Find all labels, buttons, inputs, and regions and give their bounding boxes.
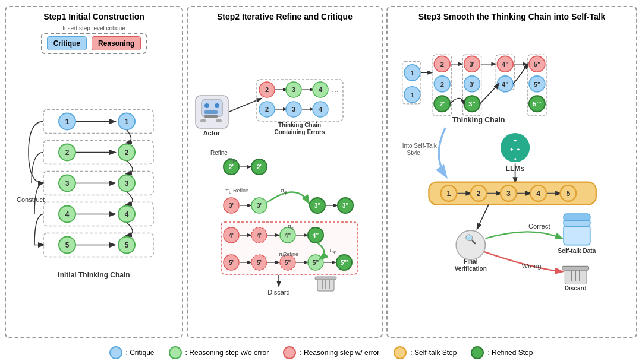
svg-text:2': 2': [439, 100, 445, 107]
legend-circle-reasoning-error: [283, 346, 296, 359]
svg-text:4: 4: [125, 210, 129, 219]
svg-rect-186: [564, 214, 590, 220]
svg-text:5''': 5''': [341, 259, 348, 266]
svg-text:5: 5: [567, 189, 571, 198]
svg-line-177: [477, 205, 489, 229]
svg-text:Self-talk Data: Self-talk Data: [558, 248, 596, 254]
svg-text:3': 3': [470, 81, 475, 88]
svg-text:3: 3: [125, 179, 129, 188]
svg-text:Final: Final: [464, 258, 478, 265]
svg-text:Initial Thinking Chain: Initial Thinking Chain: [58, 271, 130, 279]
svg-text:4": 4": [313, 232, 319, 239]
svg-text:4: 4: [319, 86, 323, 93]
svg-text:Style: Style: [407, 150, 421, 156]
svg-text:✦ ✦: ✦ ✦: [509, 147, 520, 153]
svg-text:Refine: Refine: [283, 251, 298, 257]
step1-top: Insert step-level critique Critique Reas…: [11, 25, 177, 56]
critique-reasoning-box: Critique Reasoning: [41, 33, 147, 54]
panel3-title: Step3 Smooth the Thinking Chain into Sel…: [418, 12, 606, 21]
svg-text:2: 2: [477, 189, 481, 198]
step2-diagram: Actor 2 3 4 ... 2 3 4 Thinking: [193, 25, 377, 333]
step3-diagram: 1 1 2 2 2' 3' 3' 3" 4" 4" 5": [392, 25, 631, 333]
svg-text:5': 5': [257, 259, 262, 266]
svg-text:3: 3: [506, 189, 511, 198]
legend: : Critique : Reasoning step w/o error : …: [0, 341, 642, 364]
svg-text:✦: ✦: [513, 138, 518, 144]
svg-line-40: [229, 99, 261, 112]
panel1: Step1 Initial Construction Insert step-l…: [5, 6, 183, 338]
legend-label-reasoning-correct: : Reasoning step w/o error: [185, 349, 269, 357]
svg-text:3": 3": [468, 100, 476, 107]
svg-text:3': 3': [257, 202, 262, 209]
svg-text:✦: ✦: [513, 156, 518, 162]
svg-text:Discard: Discard: [268, 289, 289, 296]
legend-circle-reasoning-correct: [169, 346, 182, 359]
legend-critique: : Critique: [109, 346, 155, 359]
legend-label-critique: : Critique: [126, 349, 155, 357]
svg-text:5": 5": [313, 259, 319, 266]
svg-text:5''': 5''': [533, 100, 542, 107]
legend-label-refined: : Refined Step: [487, 349, 533, 357]
svg-text:1: 1: [125, 118, 129, 126]
svg-point-34: [215, 103, 219, 108]
svg-text:2: 2: [265, 106, 269, 113]
svg-text:3: 3: [292, 106, 295, 113]
svg-rect-189: [562, 266, 589, 270]
legend-label-selftalk: : Self-talk Step: [410, 349, 457, 357]
svg-text:5": 5": [534, 81, 541, 88]
svg-text:2: 2: [440, 81, 444, 88]
svg-text:2: 2: [440, 61, 444, 68]
svg-text:3: 3: [65, 179, 70, 188]
svg-text:4: 4: [319, 106, 323, 113]
svg-text:5: 5: [65, 241, 70, 249]
svg-text:2': 2': [257, 164, 262, 170]
svg-text:4': 4': [229, 232, 234, 239]
svg-rect-114: [315, 277, 336, 280]
legend-label-reasoning-error: : Reasoning step w/ error: [300, 349, 379, 357]
legend-reasoning-correct: : Reasoning step w/o error: [169, 346, 269, 359]
svg-text:1: 1: [410, 69, 414, 77]
legend-selftalk: : Self-talk Step: [394, 346, 457, 359]
svg-text:5': 5': [229, 259, 234, 266]
svg-text:πθ: πθ: [225, 188, 231, 194]
legend-refined: : Refined Step: [471, 346, 533, 359]
svg-text:2: 2: [65, 148, 70, 157]
svg-text:4: 4: [536, 189, 540, 198]
svg-text:2: 2: [125, 148, 129, 157]
svg-text:3": 3": [314, 202, 321, 209]
svg-text:Refine: Refine: [210, 150, 228, 156]
svg-rect-37: [200, 119, 206, 122]
svg-rect-35: [204, 110, 218, 114]
svg-text:4: 4: [65, 210, 70, 219]
main-content: Step1 Initial Construction Insert step-l…: [0, 0, 642, 341]
svg-text:Actor: Actor: [203, 129, 221, 137]
reasoning-button: Reasoning: [92, 36, 141, 50]
svg-rect-38: [216, 119, 222, 122]
svg-text:5": 5": [285, 259, 291, 266]
insert-label: Insert step-level critique: [62, 25, 125, 31]
svg-text:4": 4": [502, 81, 509, 88]
svg-text:2: 2: [265, 86, 269, 93]
svg-text:Wrong: Wrong: [522, 262, 542, 270]
svg-text:3: 3: [292, 86, 295, 93]
panel1-title: Step1 Initial Construction: [43, 12, 144, 21]
svg-point-33: [204, 103, 209, 108]
svg-text:2': 2': [229, 164, 234, 170]
svg-text:Verification: Verification: [455, 265, 487, 272]
svg-text:5": 5": [534, 61, 541, 68]
svg-text:Containing Errors: Containing Errors: [274, 129, 325, 135]
svg-text:3": 3": [342, 202, 349, 209]
svg-text:4": 4": [502, 61, 509, 68]
svg-text:🔍: 🔍: [465, 233, 477, 245]
svg-text:1: 1: [65, 118, 70, 126]
legend-circle-critique: [109, 346, 122, 359]
panel2-title: Step2 Iterative Refine and Critique: [217, 12, 353, 21]
svg-text:Refine: Refine: [233, 188, 248, 194]
svg-text:Into Self-Talk: Into Self-Talk: [402, 143, 438, 149]
svg-text:...: ...: [332, 84, 339, 94]
svg-text:1: 1: [410, 91, 414, 99]
svg-text:3': 3': [229, 202, 234, 209]
critique-button: Critique: [47, 36, 87, 50]
svg-text:Discard: Discard: [565, 285, 587, 292]
legend-circle-selftalk: [394, 346, 407, 359]
